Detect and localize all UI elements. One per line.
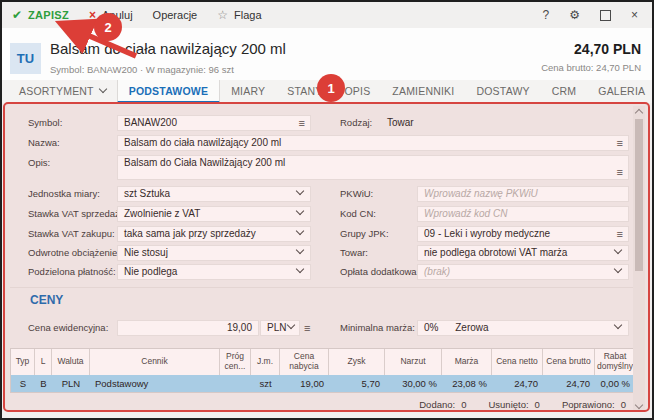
vertical-scrollbar[interactable] bbox=[633, 106, 645, 412]
item-subtitle: Symbol: BANAW200 · W magazynie: 96 szt bbox=[50, 64, 234, 75]
chevron-down-icon bbox=[614, 321, 622, 329]
status-bar: Dodano:0 Usunięto:0 Poprawiono:0 bbox=[419, 399, 626, 410]
header: TU Balsam do ciała nawilżający 200 ml Sy… bbox=[2, 28, 652, 80]
podzielona-label: Podzielona płatność: bbox=[28, 264, 116, 280]
jednostka-dropdown[interactable]: szt Sztuka bbox=[117, 186, 311, 202]
vat-sprzedazy-dropdown[interactable]: Zwolnienie z VAT bbox=[117, 206, 311, 222]
rodzaj-label: Rodzaj: bbox=[340, 115, 372, 131]
chevron-down-icon bbox=[296, 227, 304, 235]
operations-button-label: Operacje bbox=[153, 9, 198, 21]
price-table-header: Typ L Waluta Cennik Próg cen... J.m. Cen… bbox=[11, 349, 635, 375]
tab-stany[interactable]: STANY bbox=[276, 80, 333, 103]
cena-ewidencyjna-input[interactable]: 19,00 bbox=[117, 320, 259, 336]
save-button[interactable]: ✔ ZAPISZ bbox=[2, 2, 79, 28]
col-header[interactable]: Marża bbox=[442, 349, 492, 375]
price-value: 24,70 PLN bbox=[574, 41, 641, 57]
menu-icon[interactable]: ≡ bbox=[304, 320, 310, 336]
grupy-jpk-field[interactable]: 09 - Leki i wyroby medyczne ≡ bbox=[417, 226, 629, 242]
close-icon[interactable]: × bbox=[631, 9, 638, 21]
opis-field[interactable]: Balsam do Ciała Nawilżający 200 ml ≡ bbox=[117, 155, 629, 180]
rodzaj-value: Towar bbox=[387, 115, 414, 131]
tab-crm[interactable]: CRM bbox=[541, 80, 588, 103]
maximize-icon[interactable] bbox=[600, 10, 611, 21]
x-icon: × bbox=[89, 9, 96, 21]
scrollbar-thumb[interactable] bbox=[635, 119, 643, 271]
min-marza-label: Minimalna marża: bbox=[340, 320, 415, 336]
flag-button-label: Flaga bbox=[234, 9, 262, 21]
col-header[interactable]: L bbox=[35, 349, 52, 375]
menu-icon[interactable]: ≡ bbox=[617, 165, 623, 179]
oplata-dropdown[interactable]: (brak) bbox=[417, 264, 629, 280]
menu-icon[interactable]: ≡ bbox=[617, 136, 623, 150]
col-header[interactable]: Zysk bbox=[329, 349, 385, 375]
tab-opis[interactable]: OPIS bbox=[333, 80, 381, 103]
tab-bar: ASORTYMENT PODSTAWOWE MIARY STANY OPIS Z… bbox=[2, 80, 652, 103]
col-header[interactable]: Cena nabycia bbox=[280, 349, 329, 375]
col-header[interactable]: Cennik bbox=[90, 349, 220, 375]
section-divider bbox=[10, 287, 635, 288]
operations-button[interactable]: Operacje bbox=[143, 2, 208, 28]
opis-label: Opis: bbox=[28, 155, 50, 171]
save-button-label: ZAPISZ bbox=[28, 9, 69, 21]
col-header[interactable]: Próg cen... bbox=[220, 349, 251, 375]
tab-zamienniki[interactable]: ZAMIENNIKI bbox=[381, 80, 465, 103]
col-header[interactable]: Rabat domyślny bbox=[595, 349, 635, 375]
menu-icon[interactable]: ≡ bbox=[617, 227, 623, 241]
symbol-field[interactable]: BANAW200 ≡ bbox=[117, 115, 311, 131]
tab-dostawy[interactable]: DOSTAWY bbox=[465, 80, 540, 103]
nazwa-field[interactable]: Balsam do ciała nawilżający 200 ml ≡ bbox=[117, 135, 629, 151]
menu-icon[interactable]: ≡ bbox=[299, 116, 305, 130]
chevron-down-icon bbox=[98, 85, 106, 93]
page-title: Balsam do ciała nawilżający 200 ml bbox=[50, 40, 286, 57]
chevron-down-icon bbox=[296, 187, 304, 195]
pkwiu-input[interactable]: Wprowadź nazwę PKWiU bbox=[417, 186, 629, 202]
flag-button[interactable]: ☆ Flaga bbox=[207, 2, 271, 28]
chevron-down-icon bbox=[287, 321, 295, 329]
help-icon[interactable]: ? bbox=[543, 9, 550, 21]
podzielona-dropdown[interactable]: Nie podlega bbox=[117, 264, 311, 280]
ceny-section-title: CENY bbox=[30, 293, 63, 307]
nazwa-label: Nazwa: bbox=[28, 135, 60, 151]
tab-podstawowe[interactable]: PODSTAWOWE bbox=[117, 80, 220, 103]
item-badge: TU bbox=[10, 43, 41, 74]
jednostka-label: Jednostka miary: bbox=[28, 186, 100, 202]
corrected-count: 0 bbox=[621, 399, 626, 410]
scroll-down-icon[interactable] bbox=[635, 401, 643, 409]
chevron-down-icon bbox=[296, 265, 304, 273]
app-window: ✔ ZAPISZ × Anuluj Operacje ☆ Flaga ? ⚙ ×… bbox=[0, 0, 654, 420]
col-header[interactable]: Waluta bbox=[52, 349, 90, 375]
form-panel: Symbol: BANAW200 ≡ Rodzaj: Towar Nazwa: … bbox=[2, 103, 652, 418]
cancel-button[interactable]: × Anuluj bbox=[79, 2, 143, 28]
col-header[interactable]: Typ bbox=[11, 349, 35, 375]
col-header[interactable]: Cena brutto bbox=[543, 349, 595, 375]
tab-asortyment[interactable]: ASORTYMENT bbox=[8, 80, 117, 103]
col-header[interactable]: Cena netto bbox=[492, 349, 543, 375]
towar-label: Towar: bbox=[340, 245, 368, 261]
scroll-up-icon[interactable] bbox=[635, 109, 643, 117]
col-header[interactable]: J.m. bbox=[251, 349, 280, 375]
pkwiu-label: PKWiU: bbox=[340, 186, 373, 202]
tab-galeria[interactable]: GALERIA bbox=[587, 80, 654, 103]
currency-dropdown[interactable]: PLN bbox=[260, 320, 300, 336]
removed-count: 0 bbox=[535, 399, 540, 410]
gear-icon[interactable]: ⚙ bbox=[569, 9, 580, 21]
grupy-jpk-label: Grupy JPK: bbox=[340, 226, 389, 242]
window-controls: ? ⚙ × bbox=[543, 9, 652, 21]
chevron-down-icon bbox=[614, 246, 622, 254]
toolbar: ✔ ZAPISZ × Anuluj Operacje ☆ Flaga ? ⚙ × bbox=[2, 2, 652, 29]
odwrotne-dropdown[interactable]: Nie stosuj bbox=[117, 245, 311, 261]
tab-miary[interactable]: MIARY bbox=[220, 80, 276, 103]
table-row[interactable]: S B PLN Podstawowy szt 19,00 5,70 30,00 … bbox=[11, 375, 635, 392]
odwrotne-label: Odwrotne obciążenie: bbox=[28, 245, 120, 261]
kod-cn-label: Kod CN: bbox=[340, 206, 376, 222]
col-header[interactable]: Narzut bbox=[385, 349, 442, 375]
kod-cn-input[interactable]: Wprowadź kod CN bbox=[417, 206, 629, 222]
vat-zakupu-dropdown[interactable]: taka sama jak przy sprzedaży bbox=[117, 226, 311, 242]
min-marza-dropdown[interactable]: 0% Zerowa bbox=[417, 320, 629, 336]
vat-zakupu-label: Stawka VAT zakupu: bbox=[28, 226, 115, 242]
chevron-down-icon bbox=[296, 207, 304, 215]
price-gross: Cena brutto: 24,70 PLN bbox=[541, 62, 641, 73]
towar-dropdown[interactable]: nie podlega obrotowi VAT marża bbox=[417, 245, 629, 261]
check-icon: ✔ bbox=[12, 9, 22, 21]
cancel-button-label: Anuluj bbox=[102, 9, 133, 21]
